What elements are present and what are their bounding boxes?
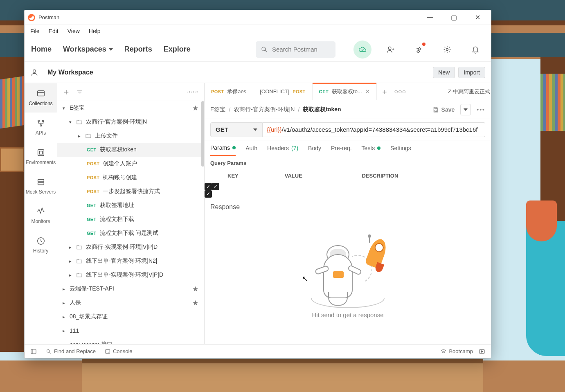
method-dropdown[interactable]: GET [210, 122, 263, 137]
checkbox[interactable]: ✓ [212, 183, 219, 190]
tree-request[interactable]: GET 获取鉴权token [57, 143, 204, 157]
save-button[interactable]: Save [432, 106, 455, 113]
rail-apis[interactable]: APIs [25, 113, 57, 142]
tree-folder[interactable]: ▸线下出单-官方案例-环境|N2| [57, 254, 204, 268]
subtab-prereq[interactable]: Pre-req. [331, 145, 352, 155]
tree-request[interactable]: POST 机构账号创建 [57, 171, 204, 185]
rail-monitors[interactable]: Monitors [25, 201, 57, 230]
subtab-auth[interactable]: Auth [245, 145, 257, 155]
tab-more-button[interactable]: ○○○ [392, 83, 408, 100]
sync-button[interactable] [353, 41, 371, 59]
save-dropdown[interactable] [460, 104, 471, 115]
bootcamp-button[interactable]: Bootcamp [441, 348, 473, 354]
checkbox[interactable]: ✓ [205, 183, 212, 190]
tab-1[interactable]: [CONFLICT] POST [253, 83, 312, 100]
console-button[interactable]: Console [105, 348, 133, 354]
request-more-button[interactable]: ••• [477, 106, 485, 113]
tree-folder[interactable]: ▸上传文件 [57, 129, 204, 143]
svg-point-0 [262, 47, 266, 51]
svg-point-11 [40, 125, 42, 126]
star-icon[interactable]: ★ [192, 104, 198, 113]
filter-icon[interactable] [76, 88, 83, 96]
tab-add-button[interactable]: ＋ [377, 83, 392, 100]
search-input[interactable]: Search Postman [256, 41, 335, 58]
url-rest: /v1/oauth2/access_token?appId=7438834334… [282, 126, 478, 133]
user-icon [30, 68, 38, 77]
svg-rect-7 [37, 91, 44, 96]
breadcrumb-part[interactable]: 农商行-官方案例-环境|N [234, 106, 295, 113]
subtab-tests[interactable]: Tests [362, 145, 381, 155]
monitors-icon [36, 207, 45, 216]
tree-more-button[interactable]: ○○○ [187, 89, 199, 95]
import-button[interactable]: Import [458, 67, 485, 78]
tree-request[interactable]: GET 获取签署地址 [57, 198, 204, 212]
new-button[interactable]: New [433, 67, 455, 78]
checkbox[interactable]: ✓ [205, 190, 212, 198]
rail-environments[interactable]: Environments [25, 142, 57, 171]
nav-workspaces[interactable]: Workspaces [63, 45, 113, 54]
history-icon [36, 237, 45, 246]
rail-history[interactable]: History [25, 230, 57, 260]
tree-collection[interactable]: ▸08_场景式存证 [57, 310, 204, 324]
tab-close-button[interactable]: ✕ [365, 88, 370, 95]
menu-help[interactable]: Help [89, 28, 101, 34]
subtab-params[interactable]: Params [210, 144, 236, 156]
nav-explore[interactable]: Explore [164, 45, 191, 54]
find-replace-button[interactable]: Find and Replace [46, 348, 96, 354]
subtab-settings[interactable]: Settings [390, 145, 411, 155]
window-maximize-button[interactable]: ▢ [448, 14, 460, 21]
svg-rect-21 [434, 110, 437, 111]
menu-edit[interactable]: Edit [49, 28, 59, 34]
window-close-button[interactable]: ✕ [471, 14, 484, 21]
svg-rect-22 [31, 349, 36, 354]
notifications-button[interactable] [466, 41, 484, 59]
rail-mock-servers[interactable]: Mock Servers [25, 171, 57, 201]
chevron-down-icon [109, 48, 113, 51]
scrollbar-thumb[interactable] [201, 101, 204, 167]
nav-reports[interactable]: Reports [124, 45, 152, 54]
tree-folder[interactable]: ▸线下出单-实现案例-环境|V|P|D [57, 268, 204, 282]
breadcrumb-part[interactable]: E签宝 [210, 106, 225, 113]
menu-view[interactable]: View [68, 28, 80, 34]
settings-button[interactable] [438, 41, 456, 59]
caret-icon: ▾ [68, 119, 73, 125]
astronaut-illustration-icon [307, 239, 389, 308]
method-badge: POST [87, 189, 99, 194]
tab-2[interactable]: GET 获取鉴权to... ✕ [313, 83, 377, 100]
tree-collection[interactable]: ▸云端保-TEST-API★ [57, 282, 204, 296]
environment-selector[interactable]: Z-中惠阿里云正式 [444, 83, 491, 100]
side-rail: Collections APIs Environments Mock Serve… [25, 83, 57, 344]
subtab-body[interactable]: Body [308, 145, 321, 155]
tree-collection[interactable]: ▸人保★ [57, 296, 204, 310]
svg-point-6 [33, 70, 36, 72]
url-input[interactable]: {{url}}/v1/oauth2/access_token?appId=743… [263, 122, 485, 137]
subtab-headers[interactable]: Headers (7) [267, 145, 298, 155]
menu-file[interactable]: File [30, 28, 40, 34]
chevron-down-icon [253, 128, 257, 131]
tree-request[interactable]: GET 流程文档下载 [57, 212, 204, 226]
tree-collection[interactable]: ▸111 [57, 324, 204, 338]
tree-add-button[interactable]: ＋ [62, 86, 70, 97]
tree-collection[interactable]: ▸java-maven-接口 [57, 338, 204, 344]
star-icon[interactable]: ★ [192, 285, 198, 293]
tree-folder[interactable]: ▸农商行-实现案例-环境|V|P|D [57, 240, 204, 254]
window-minimize-button[interactable]: — [424, 14, 436, 21]
method-badge: POST [87, 175, 99, 180]
rail-collections[interactable]: Collections [25, 83, 57, 113]
runner-icon[interactable] [479, 348, 485, 355]
workspace-name[interactable]: My Workspace [47, 69, 93, 76]
tree-request[interactable]: POST 一步发起签署快捷方式 [57, 185, 204, 198]
collections-tree: ＋ ○○○ ▾E签宝★ ▾农商行-官方案例-环境|N ▸上传文件 GET 获取鉴… [57, 83, 205, 344]
title-bar: Postman — ▢ ✕ [25, 10, 491, 25]
nav-home[interactable]: Home [31, 45, 52, 54]
tree-collection[interactable]: ▾E签宝★ [57, 101, 204, 115]
tree-folder[interactable]: ▾农商行-官方案例-环境|N [57, 115, 204, 129]
method-label: GET [216, 126, 228, 133]
star-icon[interactable]: ★ [192, 299, 198, 307]
capture-button[interactable] [410, 41, 428, 59]
panel-toggle-icon[interactable] [30, 348, 37, 355]
tree-request[interactable]: POST 创建个人账户 [57, 157, 204, 171]
tab-0[interactable]: POST 承保aes [205, 83, 253, 100]
tree-request[interactable]: GET 流程文档下载 问题测试 [57, 226, 204, 240]
invite-button[interactable] [382, 41, 400, 59]
